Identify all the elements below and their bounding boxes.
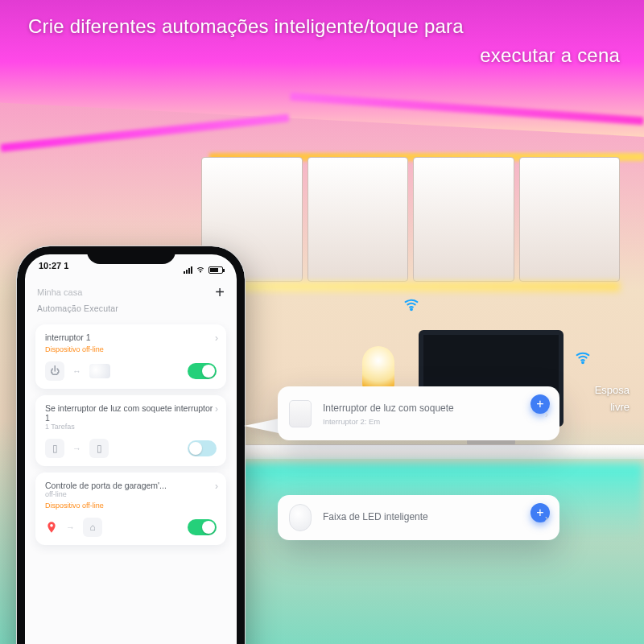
svg-point-0 <box>411 308 412 310</box>
phone-notch <box>87 246 175 264</box>
side-labels: Esposa livre <box>595 382 630 416</box>
chevron-right-icon: › <box>215 481 218 492</box>
popout-title: Interruptor de luz com soquete <box>323 402 545 414</box>
socket-switch-icon <box>289 400 312 427</box>
chevron-right-icon: › <box>215 403 218 415</box>
chevron-right-icon: › <box>215 332 218 344</box>
offline-label: Dispositivo off-line <box>45 345 217 353</box>
phone-screen: 10:27 1 Minha casa + Automação Executar … <box>26 255 236 644</box>
wifi-icon <box>402 295 420 312</box>
wifi-icon <box>574 348 592 365</box>
battery-icon <box>208 266 223 274</box>
card-sub: off-line <box>45 490 217 498</box>
automation-card-socket-switch[interactable]: Se interruptor de luz com soquete interr… <box>35 395 226 466</box>
desk <box>193 444 644 459</box>
toggle-interruptor-1[interactable] <box>188 363 217 379</box>
socket-icon: ▯ <box>89 439 109 458</box>
automation-card-garage[interactable]: Controle de porta de garagem'... › off-l… <box>35 473 226 545</box>
led-strip-icon <box>89 364 110 378</box>
card-title: Controle de porta de garagem'... <box>45 481 217 490</box>
under-cabinet-led <box>201 282 620 291</box>
app-header: Minha casa + <box>26 279 236 303</box>
app-title: Minha casa <box>37 287 82 297</box>
status-time: 10:27 1 <box>39 261 68 279</box>
popout-title: Faixa de LED inteligente <box>323 511 545 522</box>
chevron-right-icon: › <box>545 512 548 524</box>
card-title: Se interruptor de luz com soquete interr… <box>45 403 217 423</box>
arrow-icon: → <box>66 522 75 532</box>
arrow-icon: → <box>72 444 81 453</box>
add-button[interactable]: + <box>215 284 225 300</box>
led-strip-icon <box>289 504 312 531</box>
chevron-right-icon: › <box>545 407 548 419</box>
toggle-garage[interactable] <box>188 519 217 535</box>
signal-icon <box>184 266 192 274</box>
popout-card-switch-socket[interactable]: + Interruptor de luz com soquete Interru… <box>278 386 559 440</box>
phone-mockup: 10:27 1 Minha casa + Automação Executar … <box>16 246 246 644</box>
headline-line-2: executar a cena <box>28 41 620 70</box>
svg-point-2 <box>200 270 200 271</box>
headline-line-1: Crie diferentes automações inteligente/t… <box>28 12 620 41</box>
socket-icon: ▯ <box>45 439 64 458</box>
arrow-icon: ↔ <box>72 366 81 376</box>
wifi-status-icon <box>196 266 205 275</box>
card-sub: 1 Tarefas <box>45 423 217 431</box>
callout-pointer <box>244 397 283 437</box>
popout-sub: Interruptor 2: Em <box>323 417 545 426</box>
tabs-label: Automação Executar <box>37 303 118 313</box>
card-title: interruptor 1 <box>45 332 217 342</box>
popout-card-led-strip[interactable]: + Faixa de LED inteligente › <box>278 495 559 540</box>
cabinets <box>201 157 620 282</box>
location-pin-icon <box>45 521 58 534</box>
svg-point-1 <box>582 361 584 363</box>
led-cove-left <box>0 114 289 152</box>
toggle-socket-switch[interactable] <box>188 440 217 456</box>
garage-icon: ⌂ <box>83 518 102 537</box>
switch-icon: ⏻ <box>45 361 64 381</box>
tabs-row[interactable]: Automação Executar <box>26 303 236 318</box>
headline: Crie diferentes automações inteligente/t… <box>28 12 620 70</box>
offline-label: Dispositivo off-line <box>45 502 217 510</box>
side-label-a: Esposa <box>595 382 630 399</box>
automation-card-interruptor-1[interactable]: interruptor 1 › Dispositivo off-line ⏻ ↔ <box>35 324 226 389</box>
side-label-b: livre <box>595 399 630 416</box>
